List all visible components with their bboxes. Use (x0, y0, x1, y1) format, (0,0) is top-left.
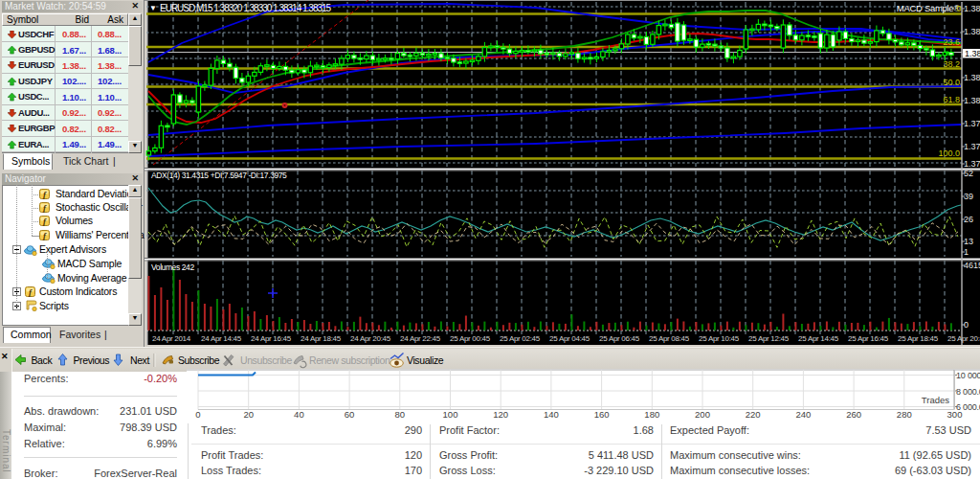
svg-text:50.0: 50.0 (943, 78, 960, 87)
svg-text:24 Apr 18:45: 24 Apr 18:45 (301, 334, 342, 343)
svg-text:38.2: 38.2 (943, 59, 960, 69)
svg-text:25 Apr 10:45: 25 Apr 10:45 (699, 334, 740, 343)
svg-text:220: 220 (746, 409, 761, 420)
svg-text:40: 40 (294, 409, 304, 420)
svg-text:13: 13 (964, 237, 973, 246)
svg-text:25 Apr 14:45: 25 Apr 14:45 (798, 334, 839, 343)
svg-text:39: 39 (964, 192, 973, 201)
svg-text:1.38: 1.38 (964, 96, 980, 105)
svg-text:1.38: 1.38 (964, 27, 980, 36)
svg-text:MACD Sample®: MACD Sample® (897, 3, 961, 13)
svg-text:61.8: 61.8 (943, 95, 960, 104)
svg-text:▼: ▼ (149, 4, 157, 12)
svg-text:260: 260 (846, 409, 861, 420)
svg-text:52: 52 (964, 169, 973, 178)
svg-text:1.38: 1.38 (965, 49, 980, 58)
svg-text:25 Apr 16:45: 25 Apr 16:45 (848, 334, 889, 343)
svg-text:4615: 4615 (964, 261, 980, 270)
svg-text:24 Apr 20:45: 24 Apr 20:45 (350, 334, 391, 343)
svg-text:26: 26 (964, 215, 973, 224)
svg-text:0: 0 (964, 320, 969, 330)
svg-text:25 Apr 18:45: 25 Apr 18:45 (898, 334, 939, 343)
svg-text:24 Apr 2014: 24 Apr 2014 (152, 334, 191, 343)
svg-text:80: 80 (395, 409, 406, 420)
svg-text:25 Apr 04:45: 25 Apr 04:45 (549, 334, 590, 343)
svg-text:10 000.: 10 000. (956, 371, 980, 380)
svg-text:60: 60 (345, 409, 355, 420)
svg-text:Trades: Trades (922, 395, 949, 405)
svg-text:120: 120 (493, 409, 508, 420)
svg-text:1: 1 (964, 247, 969, 257)
svg-text:100: 100 (443, 409, 458, 420)
svg-text:Volumes 242: Volumes 242 (151, 262, 194, 272)
svg-text:100.0: 100.0 (938, 148, 960, 158)
svg-text:23.6: 23.6 (943, 37, 960, 47)
svg-text:1.38: 1.38 (964, 4, 980, 13)
svg-text:EURUSD,M15 1.38320 1.38330 1.: EURUSD,M15 1.38320 1.38330 1.38314 1.383… (160, 3, 332, 13)
svg-text:25 Apr 06:45: 25 Apr 06:45 (599, 334, 640, 343)
svg-text:1.38: 1.38 (964, 73, 980, 82)
svg-text:180: 180 (644, 409, 659, 420)
svg-text:25 Apr 00:45: 25 Apr 00:45 (450, 334, 491, 343)
svg-text:24 Apr 22:45: 24 Apr 22:45 (400, 334, 441, 343)
svg-text:25 Apr 12:45: 25 Apr 12:45 (748, 334, 790, 343)
svg-text:140: 140 (544, 409, 559, 420)
svg-text:0: 0 (195, 409, 200, 420)
svg-text:300: 300 (947, 409, 963, 420)
svg-text:280: 280 (897, 409, 912, 420)
svg-text:24 Apr 14:45: 24 Apr 14:45 (201, 334, 242, 343)
svg-text:8 000.0: 8 000.0 (956, 387, 980, 397)
svg-text:240: 240 (795, 409, 811, 420)
svg-text:1.37: 1.37 (964, 159, 980, 169)
svg-text:24 Apr 16:45: 24 Apr 16:45 (251, 334, 292, 343)
svg-text:20: 20 (243, 409, 254, 420)
svg-text:25 Apr 08:45: 25 Apr 08:45 (649, 334, 690, 343)
svg-text:ADX(14) 31.4315 +DI:7.5947 -DI: ADX(14) 31.4315 +DI:7.5947 -DI:17.3975 (151, 171, 287, 180)
svg-text:160: 160 (594, 409, 610, 420)
svg-text:200: 200 (695, 409, 710, 420)
svg-text:25 Apr 02:45: 25 Apr 02:45 (500, 334, 541, 343)
svg-text:25 Apr 20:45: 25 Apr 20:45 (947, 334, 980, 343)
svg-text:1.37: 1.37 (964, 142, 980, 151)
svg-text:1.37: 1.37 (964, 119, 980, 128)
